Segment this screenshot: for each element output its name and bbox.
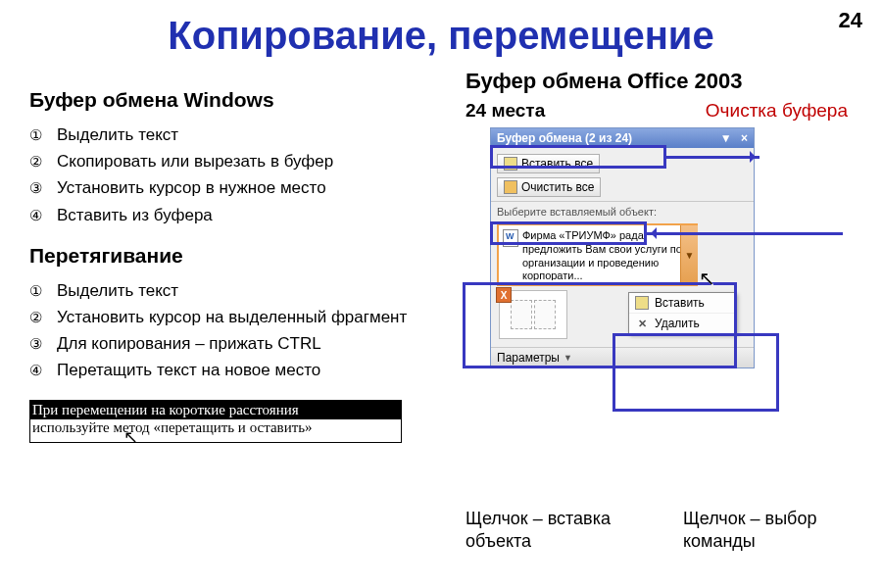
page-title: Копирование, перемещение [0, 0, 882, 58]
left-column: Буфер обмена Windows ①Выделить текст ②Ск… [29, 88, 451, 443]
right-column: Буфер обмена Office 2003 24 места Очистк… [466, 69, 858, 368]
paste-all-button[interactable]: Вставить все [497, 154, 600, 173]
tip-text: используйте метод «перетащить и оставить… [30, 419, 401, 442]
list-number: ③ [29, 332, 42, 356]
dropdown-icon[interactable]: ▼ [720, 131, 732, 145]
menu-paste[interactable]: Вставить [629, 293, 735, 314]
close-icon[interactable]: × [741, 131, 748, 145]
list-item: Установить курсор на выделенный фрагмент [57, 308, 407, 326]
list-number: ① [29, 279, 42, 303]
list-item: Скопировать или вырезать в буфер [57, 152, 333, 171]
item-area: Фирма «ТРИУМФ» рада предложить Вам свои … [491, 220, 754, 347]
context-menu: Вставить ✕ Удалить [628, 292, 736, 334]
heading-office-clipboard: Буфер обмена Office 2003 [466, 69, 858, 94]
list-drag: ①Выделить текст ②Установить курсор на вы… [29, 277, 451, 384]
callout-arrow [666, 156, 760, 159]
heading-drag: Перетягивание [29, 244, 451, 268]
list-number: ① [29, 123, 42, 147]
menu-label: Удалить [655, 317, 700, 330]
cursor-icon: ↖ [123, 426, 138, 448]
pane-footer[interactable]: Параметры ▼ [491, 347, 754, 368]
params-label: Параметры [497, 351, 560, 365]
pane-titlebar: Буфер обмена (2 из 24) ▼ × [491, 128, 754, 148]
clear-icon [504, 180, 517, 194]
tip-box: При перемещении на короткие расстояния и… [29, 400, 402, 443]
chevron-down-icon: ▼ [564, 353, 572, 363]
paste-icon [635, 296, 649, 310]
list-item: Для копирования – прижать CTRL [57, 334, 321, 353]
list-item: Выделить текст [57, 125, 178, 144]
callout-arrow [647, 232, 843, 235]
list-item: Вставить из буфера [57, 206, 213, 224]
caption-insert: Щелчок – вставка объекта [466, 508, 644, 554]
places-label: 24 места [466, 100, 545, 122]
cursor-icon: ↖ [699, 267, 715, 290]
list-item: Перетащить текст на новое место [57, 361, 320, 379]
bottom-captions: Щелчок – вставка объекта Щелчок – выбор … [466, 508, 858, 554]
list-number: ③ [29, 176, 42, 200]
menu-label: Вставить [655, 296, 705, 310]
clipboard-pane: Буфер обмена (2 из 24) ▼ × Вставить все … [490, 127, 755, 368]
delete-icon: ✕ [635, 317, 649, 330]
menu-delete[interactable]: ✕ Удалить [629, 314, 735, 333]
button-label: Вставить все [521, 157, 593, 171]
word-icon [503, 229, 518, 247]
button-label: Очистить все [521, 180, 594, 194]
clear-all-button[interactable]: Очистить все [497, 177, 601, 197]
caption-command: Щелчок – выбор команды [683, 508, 858, 554]
clipboard-thumbnail[interactable]: X [499, 290, 567, 339]
list-windows-clipboard: ①Выделить текст ②Скопировать или вырезат… [29, 122, 451, 228]
paste-icon [504, 157, 517, 171]
clear-buffer-label: Очистка буфера [706, 100, 848, 122]
choose-hint: Выберите вставляемый объект: [491, 202, 754, 220]
heading-windows-clipboard: Буфер обмена Windows [29, 88, 451, 112]
list-number: ② [29, 306, 42, 329]
list-number: ④ [29, 204, 42, 227]
pane-title-text: Буфер обмена (2 из 24) [497, 131, 632, 145]
excel-icon: X [496, 287, 512, 303]
list-item: Выделить текст [57, 281, 178, 300]
tip-highlighted-text: При перемещении на короткие расстояния [30, 401, 401, 419]
page-number: 24 [839, 8, 862, 33]
list-item: Установить курсор в нужное место [57, 178, 326, 197]
list-number: ② [29, 150, 42, 173]
clipboard-item-text: Фирма «ТРИУМФ» рада предложить Вам свои … [522, 229, 692, 280]
list-number: ④ [29, 359, 42, 382]
